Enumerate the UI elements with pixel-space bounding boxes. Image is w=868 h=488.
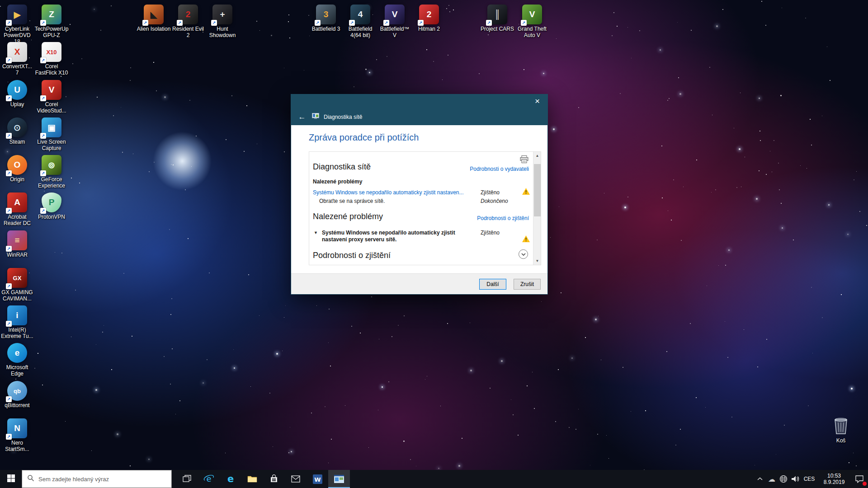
desktop-icon-battlefield-3[interactable]: 3↗Battlefield 3 [309, 5, 343, 32]
desktop-icon-geforce-experience[interactable]: ⊚↗GeForce Experience [34, 155, 69, 189]
shortcut-arrow-badge: ↗ [349, 20, 355, 26]
desktop-icon-label: Grand Theft Auto V [515, 26, 549, 38]
desktop-icon-cyberlink-powerdvd-18[interactable]: ▶↗CyberLink PowerDVD 18 [0, 5, 34, 45]
tray-chevron-up-icon[interactable] [754, 470, 766, 488]
start-button[interactable] [0, 470, 22, 488]
taskbar-word[interactable]: W [307, 470, 328, 488]
desktop-icon-label: Resident Evil 2 [171, 26, 205, 38]
desktop-icon-protonvpn[interactable]: P↗ProtonVPN [34, 192, 69, 220]
language-indicator[interactable]: CES [801, 470, 817, 488]
desktop-icon-gx-gaming-caviman[interactable]: GX↗GX GAMING CAVIMAN... [0, 268, 34, 302]
expander-triangle-icon[interactable]: ▼ [314, 230, 318, 235]
close-button[interactable]: × [527, 94, 547, 108]
shortcut-arrow-badge: ↗ [142, 20, 148, 26]
desktop-icon-hunt-showdown[interactable]: +↗Hunt Showdown [205, 5, 240, 38]
taskbar-search[interactable] [22, 470, 172, 488]
shortcut-arrow-badge: ↗ [40, 95, 46, 101]
svg-text:e: e [227, 474, 234, 484]
clock-date: 8.9.2019 [824, 479, 845, 485]
battlefield-3-icon: 3↗ [316, 5, 336, 24]
taskbar-troubleshooter-window[interactable] [328, 470, 350, 488]
back-button[interactable]: ← [297, 113, 307, 122]
desktop-icon-live-screen-capture[interactable]: ▣↗Live Screen Capture [34, 117, 69, 151]
cancel-button[interactable]: Zrušit [514, 279, 541, 290]
scroll-down-button[interactable]: ▼ [533, 257, 541, 265]
battlefield-v-icon: V↗ [385, 5, 405, 24]
advice-text: Obraťte se na správce sítě. [319, 198, 385, 204]
project-cars-icon: ║↗ [487, 5, 507, 24]
desktop-icon-project-cars[interactable]: ║↗Project CARS [480, 5, 514, 32]
hitman-2-icon: 2↗ [419, 5, 439, 24]
network-icon[interactable] [778, 470, 789, 488]
detection-details-link[interactable]: Podrobnosti o zjištění [477, 215, 529, 221]
desktop-icon-steam[interactable]: ⊙↗Steam [0, 117, 34, 145]
onedrive-icon[interactable]: ☁ [766, 470, 778, 488]
desktop-icon-label: Steam [9, 139, 25, 145]
scrollbar-thumb[interactable] [534, 164, 541, 216]
edge-desktop-icon: e [7, 343, 27, 363]
windows-logo-icon [7, 474, 15, 484]
desktop-icon-hitman-2[interactable]: 2↗Hitman 2 [412, 5, 446, 32]
scroll-up-button[interactable]: ▲ [533, 152, 541, 160]
shortcut-arrow-badge: ↗ [6, 434, 12, 440]
shortcut-arrow-badge: ↗ [40, 133, 46, 139]
desktop-icon-grand-theft-auto-v[interactable]: V↗Grand Theft Auto V [515, 5, 549, 38]
desktop-icon-uplay[interactable]: U↗Uplay [0, 80, 34, 108]
recycle-bin-icon [833, 416, 849, 436]
print-icon[interactable] [520, 155, 528, 164]
problem-link[interactable]: Systému Windows se nepodařilo automatick… [313, 189, 476, 196]
notification-center-icon[interactable] [851, 470, 868, 488]
desktop-icon-winrar[interactable]: ≡↗WinRAR [0, 230, 34, 258]
taskbar-internet-explorer[interactable]: e [198, 470, 220, 488]
mail-icon [291, 475, 300, 483]
desktop-icon-convertxt-7[interactable]: X↗ConvertXT... 7 [0, 42, 34, 76]
shortcut-arrow-badge: ↗ [6, 95, 12, 101]
desktop-icon-microsoft-edge[interactable]: eMicrosoft Edge [0, 343, 34, 377]
videostudio-icon: V↗ [42, 80, 61, 100]
store-icon [269, 474, 278, 483]
shortcut-arrow-badge: ↗ [6, 170, 12, 176]
qbittorrent-icon: qb↗ [7, 381, 27, 401]
desktop-icon-corel-fastflick-x10[interactable]: X10↗Corel FastFlick X10 [34, 42, 69, 76]
taskbar-task-view[interactable] [176, 470, 198, 488]
desktop-icon-battlefield-4-64-bit[interactable]: 4↗Battlefield 4(64 bit) [343, 5, 377, 38]
taskbar-file-explorer[interactable] [241, 470, 263, 488]
shortcut-arrow-badge: ↗ [521, 20, 527, 26]
advice-status: Dokončeno [481, 198, 508, 204]
shortcut-arrow-badge: ↗ [211, 20, 217, 26]
report-area: Diagnostika sítě Podrobnosti o vydavatel… [309, 151, 541, 265]
desktop-icon-label: Origin [10, 176, 24, 183]
desktop-icon-nero-startsm[interactable]: N↗Nero StartSm... [0, 418, 34, 452]
desktop-icon-label: Uplay [10, 101, 24, 108]
shortcut-arrow-badge: ↗ [177, 20, 183, 26]
expand-details-button[interactable] [519, 249, 528, 259]
desktop-icon-recycle-bin[interactable]: Koš [824, 416, 858, 444]
expanded-problem-text: Systému Windows se nepodařilo automatick… [322, 230, 467, 243]
desktop-icon-label: ProtonVPN [38, 214, 65, 220]
taskbar-edge[interactable]: e [220, 470, 241, 488]
taskbar-store[interactable] [263, 470, 285, 488]
desktop-icon-label: WinRAR [7, 252, 28, 258]
search-input[interactable] [38, 476, 166, 483]
desktop-icon-label: Battlefield 3 [312, 26, 340, 32]
desktop-icon-resident-evil-2[interactable]: 2↗Resident Evil 2 [171, 5, 205, 38]
hunt-showdown-icon: +↗ [212, 5, 232, 24]
desktop-icon-battlefield-v[interactable]: V↗Battlefield™ V [377, 5, 412, 38]
titlebar[interactable]: ← Diagnostika sítě × [291, 94, 547, 125]
desktop-icon-intel-r-extreme-tu[interactable]: i↗Intel(R) Extreme Tu... [0, 305, 34, 339]
desktop-icon-acrobat-reader-dc[interactable]: A↗Acrobat Reader DC [0, 192, 34, 226]
publisher-details-link[interactable]: Podrobnosti o vydavateli [470, 166, 529, 172]
task-view-icon [183, 474, 192, 483]
clock[interactable]: 10:53 8.9.2019 [817, 470, 851, 488]
desktop-icon-origin[interactable]: O↗Origin [0, 155, 34, 183]
next-button[interactable]: Další [479, 279, 506, 290]
desktop-icon-techpowerup-gpu-z[interactable]: Z↗TechPowerUp GPU-Z [34, 5, 69, 38]
report-scrollbar[interactable]: ▲ ▼ [533, 152, 541, 265]
troubleshooter-icon [334, 475, 344, 483]
taskbar-mail[interactable] [285, 470, 307, 488]
intel-xtu-icon: i↗ [7, 305, 27, 325]
desktop-icon-alien-isolation[interactable]: ◣↗Alien Isolation [137, 5, 171, 32]
desktop-icon-qbittorrent[interactable]: qb↗qBittorrent [0, 381, 34, 408]
desktop-icon-corel-videostud[interactable]: V↗Corel VideoStud... [34, 80, 69, 114]
volume-icon[interactable] [789, 470, 801, 488]
